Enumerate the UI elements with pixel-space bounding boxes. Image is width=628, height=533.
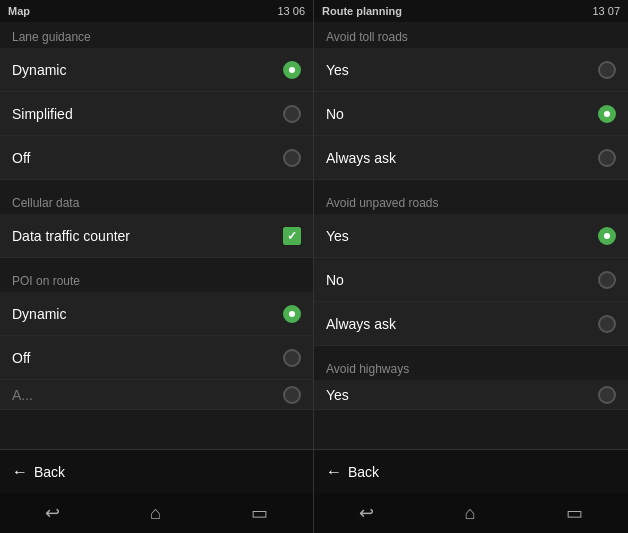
- radio-dynamic-lane-active[interactable]: [283, 61, 301, 79]
- section-header-highways: Avoid highways: [314, 354, 628, 380]
- list-item-data-traffic[interactable]: Data traffic counter: [0, 214, 313, 258]
- divider-3: [314, 180, 628, 188]
- radio-toll-yes[interactable]: [598, 61, 616, 79]
- list-item-unpaved-yes[interactable]: Yes: [314, 214, 628, 258]
- radio-toll-always-ask[interactable]: [598, 149, 616, 167]
- left-content: Lane guidance Dynamic Simplified Off Cel…: [0, 22, 313, 449]
- list-item-unpaved-no[interactable]: No: [314, 258, 628, 302]
- item-label-dynamic-lane: Dynamic: [12, 62, 66, 78]
- radio-unpaved-no[interactable]: [598, 271, 616, 289]
- divider-4: [314, 346, 628, 354]
- divider-2: [0, 258, 313, 266]
- radio-unpaved-always-ask[interactable]: [598, 315, 616, 333]
- list-item-off-lane[interactable]: Off: [0, 136, 313, 180]
- item-label-off-lane: Off: [12, 150, 30, 166]
- section-header-poi: POI on route: [0, 266, 313, 292]
- nav-bar-left: ↩ ⌂ ▭: [0, 493, 313, 533]
- bottom-bar-right: ← Back: [314, 449, 628, 493]
- item-label-toll-always-ask: Always ask: [326, 150, 396, 166]
- item-label-unpaved-yes: Yes: [326, 228, 349, 244]
- status-bar-left: Map 13 06: [0, 0, 313, 22]
- nav-home-left[interactable]: ⌂: [150, 503, 161, 524]
- status-title-left: Map: [8, 5, 30, 17]
- item-label-unpaved-no: No: [326, 272, 344, 288]
- nav-bar-right: ↩ ⌂ ▭: [314, 493, 628, 533]
- partial-item-right: Yes: [314, 380, 628, 410]
- back-arrow-right: ←: [326, 463, 342, 481]
- right-screen: Route planning 13 07 Avoid toll roads Ye…: [314, 0, 628, 533]
- list-item-off-poi[interactable]: Off: [0, 336, 313, 380]
- item-label-dynamic-poi: Dynamic: [12, 306, 66, 322]
- back-button-left[interactable]: ← Back: [12, 463, 65, 481]
- item-label-toll-no: No: [326, 106, 344, 122]
- partial-label-left: A...: [12, 387, 33, 403]
- item-label-off-poi: Off: [12, 350, 30, 366]
- radio-off-lane-inactive[interactable]: [283, 149, 301, 167]
- list-item-simplified[interactable]: Simplified: [0, 92, 313, 136]
- list-item-toll-yes[interactable]: Yes: [314, 48, 628, 92]
- radio-toll-no-active[interactable]: [598, 105, 616, 123]
- item-label-simplified: Simplified: [12, 106, 73, 122]
- item-label-unpaved-always-ask: Always ask: [326, 316, 396, 332]
- left-screen: Map 13 06 Lane guidance Dynamic Simplifi…: [0, 0, 314, 533]
- radio-dynamic-poi-active[interactable]: [283, 305, 301, 323]
- divider-1: [0, 180, 313, 188]
- list-item-dynamic-lane[interactable]: Dynamic: [0, 48, 313, 92]
- radio-partial-right: [598, 386, 616, 404]
- radio-unpaved-yes-active[interactable]: [598, 227, 616, 245]
- nav-home-right[interactable]: ⌂: [465, 503, 476, 524]
- section-header-cellular: Cellular data: [0, 188, 313, 214]
- item-label-data-traffic: Data traffic counter: [12, 228, 130, 244]
- section-header-unpaved: Avoid unpaved roads: [314, 188, 628, 214]
- nav-back-right[interactable]: ↩: [359, 502, 374, 524]
- back-button-right[interactable]: ← Back: [326, 463, 379, 481]
- nav-recent-right[interactable]: ▭: [566, 502, 583, 524]
- radio-partial-left: [283, 386, 301, 404]
- back-arrow-left: ←: [12, 463, 28, 481]
- list-item-toll-always-ask[interactable]: Always ask: [314, 136, 628, 180]
- partial-label-right: Yes: [326, 387, 349, 403]
- list-item-dynamic-poi[interactable]: Dynamic: [0, 292, 313, 336]
- back-label-left: Back: [34, 464, 65, 480]
- radio-simplified-inactive[interactable]: [283, 105, 301, 123]
- status-title-right: Route planning: [322, 5, 402, 17]
- list-item-toll-no[interactable]: No: [314, 92, 628, 136]
- partial-item-left: A...: [0, 380, 313, 410]
- back-label-right: Back: [348, 464, 379, 480]
- bottom-bar-left: ← Back: [0, 449, 313, 493]
- status-time-right: 13 07: [592, 5, 620, 17]
- section-header-toll: Avoid toll roads: [314, 22, 628, 48]
- nav-back-left[interactable]: ↩: [45, 502, 60, 524]
- radio-off-poi-inactive[interactable]: [283, 349, 301, 367]
- right-content: Avoid toll roads Yes No Always ask Avoid…: [314, 22, 628, 449]
- status-bar-right: Route planning 13 07: [314, 0, 628, 22]
- status-time-left: 13 06: [277, 5, 305, 17]
- section-header-lane: Lane guidance: [0, 22, 313, 48]
- list-item-unpaved-always-ask[interactable]: Always ask: [314, 302, 628, 346]
- nav-recent-left[interactable]: ▭: [251, 502, 268, 524]
- item-label-toll-yes: Yes: [326, 62, 349, 78]
- checkbox-data-traffic[interactable]: [283, 227, 301, 245]
